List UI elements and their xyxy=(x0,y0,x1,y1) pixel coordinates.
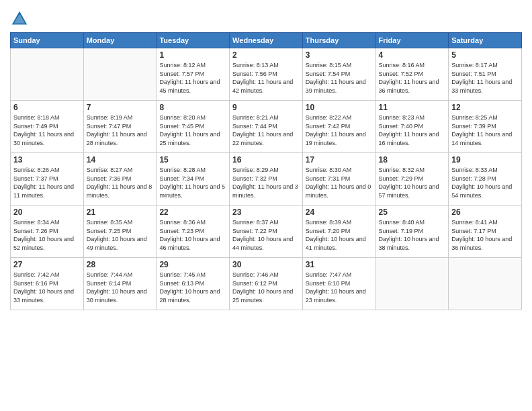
week-row-4: 20Sunrise: 8:34 AM Sunset: 7:26 PM Dayli… xyxy=(11,205,522,258)
day-info: Sunrise: 8:19 AM Sunset: 7:47 PM Dayligh… xyxy=(87,113,154,147)
day-cell: 8Sunrise: 8:20 AM Sunset: 7:45 PM Daylig… xyxy=(157,101,230,153)
day-info: Sunrise: 8:21 AM Sunset: 7:44 PM Dayligh… xyxy=(232,113,300,147)
header xyxy=(10,7,522,28)
day-number: 1 xyxy=(159,50,226,60)
day-cell xyxy=(449,258,522,310)
day-cell: 22Sunrise: 8:36 AM Sunset: 7:23 PM Dayli… xyxy=(157,205,230,258)
day-number: 29 xyxy=(159,260,226,269)
day-info: Sunrise: 7:44 AM Sunset: 6:14 PM Dayligh… xyxy=(87,271,154,304)
header-cell-tuesday: Tuesday xyxy=(157,33,230,48)
day-cell: 16Sunrise: 8:29 AM Sunset: 7:32 PM Dayli… xyxy=(230,153,303,205)
day-number: 17 xyxy=(306,155,373,165)
week-row-2: 6Sunrise: 8:18 AM Sunset: 7:49 PM Daylig… xyxy=(11,101,522,153)
header-row: SundayMondayTuesdayWednesdayThursdayFrid… xyxy=(11,33,522,48)
day-cell: 28Sunrise: 7:44 AM Sunset: 6:14 PM Dayli… xyxy=(83,258,157,310)
day-number: 10 xyxy=(306,103,373,112)
day-number: 7 xyxy=(87,103,154,112)
day-cell: 12Sunrise: 8:25 AM Sunset: 7:39 PM Dayli… xyxy=(449,101,522,153)
day-number: 27 xyxy=(13,260,81,269)
day-info: Sunrise: 8:15 AM Sunset: 7:54 PM Dayligh… xyxy=(306,61,373,95)
day-cell: 20Sunrise: 8:34 AM Sunset: 7:26 PM Dayli… xyxy=(11,205,84,258)
day-cell: 5Sunrise: 8:17 AM Sunset: 7:51 PM Daylig… xyxy=(449,48,522,101)
day-number: 18 xyxy=(379,155,446,165)
day-number: 28 xyxy=(87,260,154,269)
day-info: Sunrise: 8:33 AM Sunset: 7:28 PM Dayligh… xyxy=(451,166,519,199)
day-info: Sunrise: 8:35 AM Sunset: 7:25 PM Dayligh… xyxy=(87,218,154,252)
day-info: Sunrise: 8:27 AM Sunset: 7:36 PM Dayligh… xyxy=(87,166,154,199)
header-cell-sunday: Sunday xyxy=(11,33,84,48)
day-number: 20 xyxy=(13,208,81,217)
day-cell: 4Sunrise: 8:16 AM Sunset: 7:52 PM Daylig… xyxy=(375,48,449,101)
week-row-3: 13Sunrise: 8:26 AM Sunset: 7:37 PM Dayli… xyxy=(11,153,522,205)
day-info: Sunrise: 8:37 AM Sunset: 7:22 PM Dayligh… xyxy=(232,218,300,252)
day-cell: 27Sunrise: 7:42 AM Sunset: 6:16 PM Dayli… xyxy=(11,258,84,310)
day-info: Sunrise: 8:26 AM Sunset: 7:37 PM Dayligh… xyxy=(13,166,81,199)
calendar-header: SundayMondayTuesdayWednesdayThursdayFrid… xyxy=(11,33,522,48)
day-number: 14 xyxy=(87,155,154,165)
day-cell: 29Sunrise: 7:45 AM Sunset: 6:13 PM Dayli… xyxy=(157,258,230,310)
day-info: Sunrise: 8:29 AM Sunset: 7:32 PM Dayligh… xyxy=(232,166,300,199)
header-cell-wednesday: Wednesday xyxy=(230,33,303,48)
day-info: Sunrise: 8:20 AM Sunset: 7:45 PM Dayligh… xyxy=(159,113,226,147)
day-info: Sunrise: 8:30 AM Sunset: 7:31 PM Dayligh… xyxy=(306,166,373,199)
day-info: Sunrise: 8:39 AM Sunset: 7:20 PM Dayligh… xyxy=(306,218,373,252)
day-info: Sunrise: 8:40 AM Sunset: 7:19 PM Dayligh… xyxy=(379,218,446,252)
day-cell: 30Sunrise: 7:46 AM Sunset: 6:12 PM Dayli… xyxy=(230,258,303,310)
day-number: 11 xyxy=(379,103,446,112)
day-number: 5 xyxy=(451,50,519,60)
day-info: Sunrise: 8:16 AM Sunset: 7:52 PM Dayligh… xyxy=(379,61,446,95)
day-number: 31 xyxy=(306,260,373,269)
day-number: 25 xyxy=(379,208,446,217)
day-info: Sunrise: 8:18 AM Sunset: 7:49 PM Dayligh… xyxy=(13,113,81,147)
day-info: Sunrise: 7:45 AM Sunset: 6:13 PM Dayligh… xyxy=(159,271,226,304)
day-number: 15 xyxy=(159,155,226,165)
day-cell: 23Sunrise: 8:37 AM Sunset: 7:22 PM Dayli… xyxy=(230,205,303,258)
day-info: Sunrise: 8:25 AM Sunset: 7:39 PM Dayligh… xyxy=(451,113,519,147)
header-cell-saturday: Saturday xyxy=(449,33,522,48)
day-info: Sunrise: 8:13 AM Sunset: 7:56 PM Dayligh… xyxy=(232,61,300,95)
day-cell: 17Sunrise: 8:30 AM Sunset: 7:31 PM Dayli… xyxy=(302,153,375,205)
day-cell: 24Sunrise: 8:39 AM Sunset: 7:20 PM Dayli… xyxy=(302,205,375,258)
day-cell: 13Sunrise: 8:26 AM Sunset: 7:37 PM Dayli… xyxy=(11,153,84,205)
day-cell: 6Sunrise: 8:18 AM Sunset: 7:49 PM Daylig… xyxy=(11,101,84,153)
day-info: Sunrise: 8:28 AM Sunset: 7:34 PM Dayligh… xyxy=(159,166,226,199)
day-info: Sunrise: 8:32 AM Sunset: 7:29 PM Dayligh… xyxy=(379,166,446,199)
day-cell: 11Sunrise: 8:23 AM Sunset: 7:40 PM Dayli… xyxy=(375,101,449,153)
day-number: 30 xyxy=(232,260,300,269)
day-number: 8 xyxy=(159,103,226,112)
header-cell-thursday: Thursday xyxy=(302,33,375,48)
day-number: 4 xyxy=(379,50,446,60)
day-number: 19 xyxy=(451,155,519,165)
header-cell-friday: Friday xyxy=(375,33,449,48)
day-number: 13 xyxy=(13,155,81,165)
day-cell: 14Sunrise: 8:27 AM Sunset: 7:36 PM Dayli… xyxy=(83,153,157,205)
day-cell: 26Sunrise: 8:41 AM Sunset: 7:17 PM Dayli… xyxy=(449,205,522,258)
day-cell: 7Sunrise: 8:19 AM Sunset: 7:47 PM Daylig… xyxy=(83,101,157,153)
logo-icon xyxy=(10,9,29,28)
day-number: 24 xyxy=(306,208,373,217)
day-cell: 19Sunrise: 8:33 AM Sunset: 7:28 PM Dayli… xyxy=(449,153,522,205)
logo xyxy=(10,9,32,28)
day-number: 2 xyxy=(232,50,300,60)
day-cell: 9Sunrise: 8:21 AM Sunset: 7:44 PM Daylig… xyxy=(230,101,303,153)
day-cell: 21Sunrise: 8:35 AM Sunset: 7:25 PM Dayli… xyxy=(83,205,157,258)
day-number: 6 xyxy=(13,103,81,112)
day-info: Sunrise: 8:22 AM Sunset: 7:42 PM Dayligh… xyxy=(306,113,373,147)
day-cell: 15Sunrise: 8:28 AM Sunset: 7:34 PM Dayli… xyxy=(157,153,230,205)
day-info: Sunrise: 7:46 AM Sunset: 6:12 PM Dayligh… xyxy=(232,271,300,304)
day-number: 9 xyxy=(232,103,300,112)
calendar-body: 1Sunrise: 8:12 AM Sunset: 7:57 PM Daylig… xyxy=(11,48,522,310)
day-info: Sunrise: 8:36 AM Sunset: 7:23 PM Dayligh… xyxy=(159,218,226,252)
day-info: Sunrise: 8:41 AM Sunset: 7:17 PM Dayligh… xyxy=(451,218,519,252)
day-cell: 3Sunrise: 8:15 AM Sunset: 7:54 PM Daylig… xyxy=(302,48,375,101)
week-row-5: 27Sunrise: 7:42 AM Sunset: 6:16 PM Dayli… xyxy=(11,258,522,310)
week-row-1: 1Sunrise: 8:12 AM Sunset: 7:57 PM Daylig… xyxy=(11,48,522,101)
day-cell: 1Sunrise: 8:12 AM Sunset: 7:57 PM Daylig… xyxy=(157,48,230,101)
calendar-table: SundayMondayTuesdayWednesdayThursdayFrid… xyxy=(10,32,522,310)
day-cell xyxy=(375,258,449,310)
day-cell xyxy=(11,48,84,101)
day-info: Sunrise: 8:34 AM Sunset: 7:26 PM Dayligh… xyxy=(13,218,81,252)
day-number: 16 xyxy=(232,155,300,165)
day-cell: 10Sunrise: 8:22 AM Sunset: 7:42 PM Dayli… xyxy=(302,101,375,153)
day-cell: 2Sunrise: 8:13 AM Sunset: 7:56 PM Daylig… xyxy=(230,48,303,101)
